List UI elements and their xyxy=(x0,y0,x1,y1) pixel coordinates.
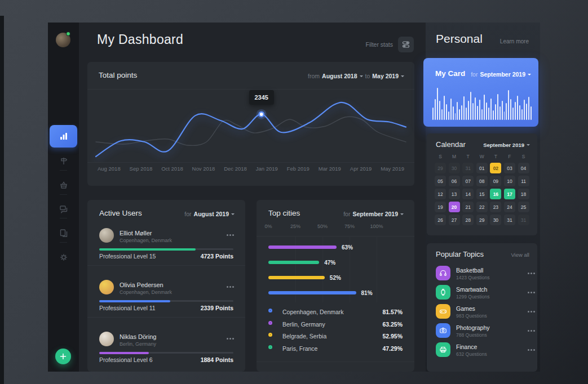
calendar-day[interactable]: 31 xyxy=(504,215,515,225)
user-row[interactable]: Niklas DöringBerlin, GermanyProfessional… xyxy=(87,332,245,380)
topic-row-photography[interactable]: Photography 788 Questions xyxy=(427,323,537,340)
my-card[interactable]: My Card for September 2019 xyxy=(423,58,538,127)
mini-bar xyxy=(493,110,494,120)
period-dropdown[interactable]: September 2019 xyxy=(352,211,398,217)
calendar-day[interactable]: 15 xyxy=(476,189,488,199)
more-options-icon[interactable] xyxy=(528,292,529,293)
period-selector[interactable]: September 2019 xyxy=(483,142,530,148)
calendar-day[interactable]: 17 xyxy=(504,189,515,199)
calendar-day[interactable]: 28 xyxy=(462,215,474,225)
more-options-icon[interactable] xyxy=(227,338,228,340)
calendar-day[interactable]: 25 xyxy=(518,202,529,212)
more-options-icon[interactable] xyxy=(528,349,529,351)
toggles-icon xyxy=(402,41,410,48)
legend-row[interactable]: Berlin, Germany63.25% xyxy=(268,321,403,329)
highlight-point[interactable] xyxy=(259,112,264,117)
city-bar[interactable] xyxy=(268,261,319,264)
user-row[interactable]: Olivia PedersenCopenhagen, DenmarkProfes… xyxy=(87,280,245,328)
page-title: My Dashboard xyxy=(97,32,183,47)
period-dropdown[interactable]: September 2019 xyxy=(483,142,524,148)
user-row[interactable]: Elliot MøllerCopenhagen, DenmarkProfessi… xyxy=(87,228,245,276)
calendar-day[interactable]: 04 xyxy=(518,163,529,173)
mini-bar xyxy=(504,111,505,120)
calendar-day[interactable]: 09 xyxy=(490,176,501,186)
add-button[interactable] xyxy=(55,349,71,364)
calendar-day[interactable]: 19 xyxy=(435,202,446,212)
filter-stats-button[interactable] xyxy=(398,37,414,52)
calendar-day[interactable]: 12 xyxy=(435,189,446,199)
calendar-day[interactable]: 18 xyxy=(518,189,529,199)
calendar-day[interactable]: 30 xyxy=(490,215,501,225)
user-location: Copenhagen, Denmark xyxy=(120,289,172,295)
from-dropdown[interactable]: August 2018 xyxy=(322,73,357,79)
calendar-day[interactable]: 01 xyxy=(476,163,488,173)
x-axis-label: Sep 2018 xyxy=(130,166,153,172)
period-dropdown[interactable]: August 2019 xyxy=(194,211,229,217)
mini-bar xyxy=(472,103,474,120)
sidebar-item-directions[interactable] xyxy=(58,155,69,166)
learn-more-link[interactable]: Learn more xyxy=(500,38,529,44)
calendar-day[interactable]: 10 xyxy=(504,176,515,186)
calendar-day[interactable]: 05 xyxy=(435,176,446,186)
calendar-day[interactable]: 22 xyxy=(476,202,488,212)
axis-tick-label: 75% xyxy=(344,224,355,229)
calendar-day[interactable]: 02 xyxy=(490,163,501,173)
calendar-day[interactable]: 29 xyxy=(435,163,446,173)
chevron-down-icon xyxy=(231,213,235,217)
calendar-day[interactable]: 14 xyxy=(462,189,474,199)
more-options-icon[interactable] xyxy=(528,330,529,332)
topic-row-basketball[interactable]: Basketball 1423 Questions xyxy=(427,266,537,283)
mini-bar xyxy=(481,109,483,120)
calendar-day[interactable]: 06 xyxy=(449,176,460,186)
calendar-day[interactable]: 30 xyxy=(449,163,460,173)
calendar-day[interactable]: 07 xyxy=(462,176,474,186)
mini-bar xyxy=(461,105,462,120)
calendar-day[interactable]: 08 xyxy=(476,176,488,186)
calendar-day[interactable]: 13 xyxy=(449,189,460,199)
topic-row-smartwatch[interactable]: Smartwatch 1299 Questions xyxy=(427,285,537,302)
bar-value-label: 52% xyxy=(330,275,341,281)
more-options-icon[interactable] xyxy=(528,311,529,312)
mini-bar xyxy=(499,106,501,120)
legend-city: Belgrade, Serbia xyxy=(282,333,326,340)
camera-icon xyxy=(436,323,450,338)
gear-icon xyxy=(59,252,69,262)
city-bar[interactable] xyxy=(268,245,337,249)
legend-row[interactable]: Paris, France47.29% xyxy=(268,345,403,353)
more-options-icon[interactable] xyxy=(227,234,228,236)
period-dropdown[interactable]: September 2019 xyxy=(480,71,525,78)
sidebar-item-messages[interactable] xyxy=(58,203,69,214)
mini-bar xyxy=(506,103,507,120)
calendar-day[interactable]: 24 xyxy=(504,202,515,212)
topic-row-finance[interactable]: Finance 632 Questions xyxy=(427,342,537,359)
calendar-day[interactable]: 20 xyxy=(449,202,460,212)
city-bar[interactable] xyxy=(268,291,356,294)
calendar-day[interactable]: 31 xyxy=(462,163,474,173)
calendar-day[interactable]: 03 xyxy=(504,163,515,173)
view-all-link[interactable]: View all xyxy=(511,252,529,258)
topic-row-games[interactable]: Games 983 Questions xyxy=(427,304,537,321)
calendar-day[interactable]: 26 xyxy=(435,215,446,225)
legend-row[interactable]: Copenhagen, Denmark81.57% xyxy=(268,309,403,316)
calendar-day[interactable]: 27 xyxy=(449,215,460,225)
calendar-day[interactable]: 21 xyxy=(462,202,474,212)
calendar-day[interactable]: 11 xyxy=(518,176,529,186)
more-options-icon[interactable] xyxy=(227,286,228,288)
period-selector[interactable]: for September 2019 xyxy=(471,71,531,78)
more-options-icon[interactable] xyxy=(528,273,529,274)
city-bar[interactable] xyxy=(268,276,325,279)
sidebar-item-shop[interactable] xyxy=(58,180,69,190)
mini-bar xyxy=(530,106,532,120)
calendar-day[interactable]: 29 xyxy=(476,215,488,225)
sidebar-item-documents[interactable] xyxy=(58,227,69,238)
calendar-day[interactable]: 16 xyxy=(490,189,501,199)
calendar-day[interactable]: 31 xyxy=(518,215,529,225)
sidebar-item-settings[interactable] xyxy=(58,252,69,262)
calendar-day[interactable]: 23 xyxy=(490,202,501,212)
sidebar-item-stats[interactable] xyxy=(50,125,77,148)
to-dropdown[interactable]: May 2019 xyxy=(372,73,399,79)
legend-row[interactable]: Belgrade, Serbia52.95% xyxy=(268,333,403,341)
period-selector[interactable]: for August 2019 xyxy=(184,211,235,217)
period-selector[interactable]: for September 2019 xyxy=(343,211,404,217)
plus-icon xyxy=(60,353,67,360)
